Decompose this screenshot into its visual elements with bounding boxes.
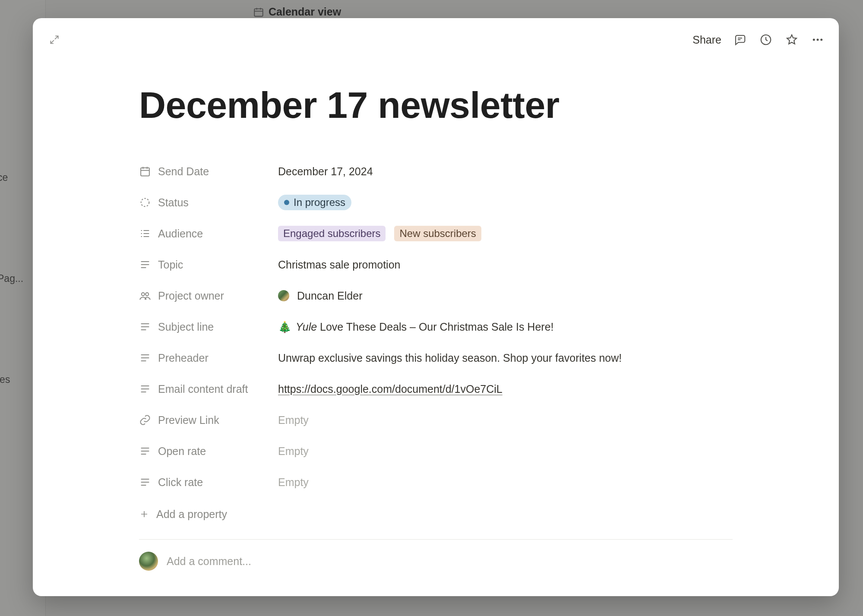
- owner-name: Duncan Elder: [297, 290, 362, 302]
- property-preheader[interactable]: Preheader Unwrap exclusive savings this …: [139, 342, 733, 373]
- property-label-text: Open rate: [158, 445, 206, 458]
- svg-point-7: [142, 293, 145, 296]
- text-icon: [139, 352, 151, 364]
- svg-point-6: [141, 199, 149, 207]
- draft-link[interactable]: https://docs.google.com/document/d/1vOe7…: [278, 383, 503, 395]
- star-icon: [785, 33, 798, 46]
- property-label-text: Preview Link: [158, 414, 219, 426]
- calendar-icon: [139, 165, 151, 177]
- tree-emoji-icon: 🎄: [278, 321, 291, 333]
- properties-list: Send Date December 17, 2024 Status: [139, 156, 733, 571]
- property-value[interactable]: Duncan Elder: [278, 290, 733, 302]
- property-value[interactable]: Christmas sale promotion: [278, 259, 733, 271]
- status-dot-icon: [284, 200, 289, 205]
- subject-italic: Yule: [296, 321, 317, 333]
- ellipsis-icon: [811, 33, 824, 46]
- speech-bubble-icon: [733, 33, 746, 46]
- property-label-text: Subject line: [158, 321, 214, 333]
- more-button[interactable]: [810, 32, 825, 47]
- user-avatar: [139, 552, 158, 571]
- people-icon: [139, 290, 151, 302]
- comment-input-row[interactable]: Add a comment...: [139, 552, 733, 571]
- property-label: Preheader: [139, 352, 278, 364]
- status-icon: [139, 196, 151, 208]
- property-value[interactable]: Engaged subscribers New subscribers: [278, 226, 733, 241]
- property-value[interactable]: 🎄 Yule Love These Deals – Our Christmas …: [278, 321, 733, 333]
- property-label: Click rate: [139, 476, 278, 489]
- favorite-button[interactable]: [784, 32, 799, 47]
- property-label: Project owner: [139, 290, 278, 302]
- text-icon: [139, 259, 151, 271]
- empty-value: Empty: [278, 445, 309, 458]
- empty-value: Empty: [278, 476, 309, 489]
- modal-topbar: Share: [33, 18, 839, 61]
- property-value[interactable]: In progress: [278, 195, 733, 210]
- property-value[interactable]: December 17, 2024: [278, 165, 733, 178]
- plus-icon: [139, 509, 149, 519]
- property-label-text: Project owner: [158, 290, 224, 302]
- property-label-text: Preheader: [158, 352, 209, 364]
- text-icon: [139, 321, 151, 333]
- property-label: Subject line: [139, 321, 278, 333]
- property-label-text: Topic: [158, 259, 183, 271]
- audience-tag: Engaged subscribers: [278, 226, 386, 241]
- property-subject[interactable]: Subject line 🎄 Yule Love These Deals – O…: [139, 311, 733, 342]
- share-button[interactable]: Share: [692, 34, 721, 46]
- property-label: Audience: [139, 227, 278, 240]
- text-icon: [139, 445, 151, 457]
- text-icon: [139, 476, 151, 488]
- property-label-text: Send Date: [158, 165, 209, 178]
- property-label-text: Audience: [158, 227, 203, 240]
- property-value[interactable]: Empty: [278, 445, 733, 458]
- topbar-actions: Share: [692, 32, 825, 47]
- property-label: Preview Link: [139, 414, 278, 426]
- property-status[interactable]: Status In progress: [139, 187, 733, 218]
- multiselect-icon: [139, 227, 151, 240]
- property-label: Topic: [139, 259, 278, 271]
- property-value[interactable]: Unwrap exclusive savings this holiday se…: [278, 352, 733, 364]
- status-text: In progress: [294, 196, 345, 208]
- clock-icon: [759, 33, 772, 46]
- page-body: December 17 newsletter Send Date Decembe…: [33, 61, 839, 596]
- property-value[interactable]: Empty: [278, 476, 733, 489]
- text-icon: [139, 383, 151, 395]
- property-topic[interactable]: Topic Christmas sale promotion: [139, 249, 733, 280]
- send-date-value: December 17, 2024: [278, 165, 373, 178]
- property-send-date[interactable]: Send Date December 17, 2024: [139, 156, 733, 187]
- property-owner[interactable]: Project owner Duncan Elder: [139, 280, 733, 311]
- svg-point-4: [820, 39, 822, 41]
- comments-button[interactable]: [733, 32, 747, 47]
- property-value[interactable]: https://docs.google.com/document/d/1vOe7…: [278, 383, 733, 395]
- expand-icon: [49, 34, 60, 45]
- add-property-button[interactable]: Add a property: [139, 501, 733, 527]
- page-modal: Share Decemb: [33, 18, 839, 596]
- property-draft[interactable]: Email content draft https://docs.google.…: [139, 373, 733, 404]
- owner-avatar: [278, 290, 289, 301]
- empty-value: Empty: [278, 414, 309, 426]
- expand-button[interactable]: [47, 32, 62, 47]
- comment-placeholder: Add a comment...: [167, 555, 251, 568]
- property-label-text: Email content draft: [158, 383, 248, 395]
- property-audience[interactable]: Audience Engaged subscribers New subscri…: [139, 218, 733, 249]
- updates-button[interactable]: [759, 32, 773, 47]
- subject-rest: Love These Deals – Our Christmas Sale Is…: [317, 321, 553, 333]
- property-click-rate[interactable]: Click rate Empty: [139, 467, 733, 498]
- link-icon: [139, 414, 151, 426]
- status-pill: In progress: [278, 195, 351, 210]
- svg-point-3: [817, 39, 819, 41]
- divider: [139, 539, 733, 540]
- property-label: Status: [139, 196, 278, 209]
- property-label: Email content draft: [139, 383, 278, 395]
- property-label: Send Date: [139, 165, 278, 178]
- property-label-text: Click rate: [158, 476, 203, 489]
- property-preview-link[interactable]: Preview Link Empty: [139, 404, 733, 436]
- audience-tag: New subscribers: [394, 226, 481, 241]
- property-value[interactable]: Empty: [278, 414, 733, 426]
- property-label-text: Status: [158, 196, 189, 209]
- preheader-value: Unwrap exclusive savings this holiday se…: [278, 352, 622, 364]
- property-open-rate[interactable]: Open rate Empty: [139, 436, 733, 467]
- topic-value: Christmas sale promotion: [278, 259, 400, 271]
- page-title[interactable]: December 17 newsletter: [139, 84, 733, 126]
- svg-point-8: [145, 293, 149, 296]
- add-property-label: Add a property: [156, 508, 227, 521]
